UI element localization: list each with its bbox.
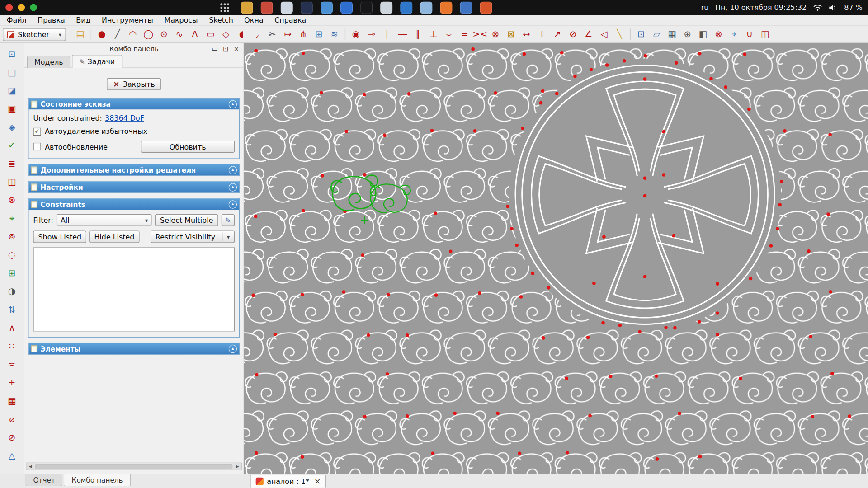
copy-icon[interactable]: ≍ <box>5 358 19 371</box>
dock-app-icon[interactable] <box>241 1 253 14</box>
carbon-copy-icon[interactable]: ≋ <box>326 28 342 41</box>
constrain-parallel-icon[interactable]: ∥ <box>410 28 425 41</box>
dock-app-icon[interactable] <box>340 1 353 14</box>
view-sketch-icon[interactable]: □ <box>5 66 19 79</box>
hide-listed-button[interactable]: Hide Listed <box>89 231 139 243</box>
close-tab-icon[interactable]: × <box>314 478 321 485</box>
measure-icon[interactable]: ∪ <box>742 28 757 41</box>
scroll-right-icon[interactable]: ▶ <box>234 463 241 470</box>
show-listed-button[interactable]: Show Listed <box>33 231 86 243</box>
symmetry-icon[interactable]: ∧ <box>5 321 19 334</box>
chevron-down-icon[interactable]: ▾ <box>227 234 230 239</box>
constrain-radius-icon[interactable]: ⊘ <box>565 28 580 41</box>
collapse-toggle-icon[interactable]: ▴ <box>229 183 237 191</box>
apps-grid-icon[interactable] <box>220 3 230 13</box>
tab-tasks[interactable]: ✎ Задачи <box>72 55 122 68</box>
3d-viewport[interactable] <box>244 43 868 474</box>
section-header-advanced-solver[interactable]: Дополнительные настройки решателя ▴ <box>29 164 239 175</box>
dof-link[interactable]: 38364 DoF <box>105 114 144 122</box>
battery-indicator[interactable]: 87 % <box>844 3 862 11</box>
constrain-equal-icon[interactable]: = <box>457 28 472 41</box>
dock-app-icon[interactable] <box>480 1 492 14</box>
window-maximize-button[interactable] <box>30 4 37 11</box>
keyboard-layout-indicator[interactable]: ru <box>701 3 709 11</box>
panel-close-icon[interactable]: × <box>234 45 239 52</box>
tab-combo-panel[interactable]: Комбо панель <box>64 474 130 486</box>
checkbox[interactable]: ✓ <box>33 143 41 150</box>
select-multiple-button[interactable]: Select Multiple <box>155 214 218 226</box>
section-header-constraints[interactable]: Constraints ▴ <box>29 199 239 210</box>
array-icon[interactable]: ▦ <box>5 394 19 408</box>
constraints-list[interactable] <box>33 247 235 331</box>
constrain-angle-icon[interactable]: ∠ <box>580 28 596 41</box>
select-dof-icon[interactable]: ⌖ <box>5 212 19 225</box>
collapse-toggle-icon[interactable]: ▴ <box>229 344 237 352</box>
dock-app-icon[interactable] <box>460 1 472 14</box>
select-associated-constraints-icon[interactable]: ⊡ <box>633 28 649 41</box>
remove-axes-alignment-icon[interactable]: ⌀ <box>5 413 19 426</box>
dock-app-icon[interactable] <box>380 1 392 14</box>
create-slot-icon[interactable]: ◖ <box>234 28 249 41</box>
create-polyline-icon[interactable]: Λ <box>187 28 203 41</box>
rendering-order-icon[interactable]: ◧ <box>695 28 711 41</box>
merge-sketches-icon[interactable]: ≣ <box>5 157 19 170</box>
tab-model[interactable]: Модель <box>27 56 71 68</box>
constrain-lock-icon[interactable]: ⊠ <box>503 28 519 41</box>
auto-update-checkbox[interactable]: ✓ Автообновление <box>33 142 108 150</box>
scrollbar-thumb[interactable] <box>35 464 232 469</box>
workbench-selector[interactable]: Sketcher ▾ <box>3 28 66 41</box>
map-sketch-icon[interactable]: ▣ <box>5 103 19 116</box>
clock[interactable]: Пн, 10 октября 09:25:32 <box>715 3 807 11</box>
scroll-left-icon[interactable]: ◀ <box>27 463 34 470</box>
constrain-distance-y-icon[interactable]: I <box>534 28 550 41</box>
constraint-filter-icon[interactable]: ⊞ <box>5 267 19 280</box>
create-rectangle-icon[interactable]: ▭ <box>203 28 218 41</box>
menu-item[interactable]: Справка <box>274 16 306 24</box>
menu-item[interactable]: Sketch <box>209 16 233 24</box>
scrollbar-track[interactable] <box>34 463 234 470</box>
volume-icon[interactable] <box>829 4 838 11</box>
constrain-horizontal-icon[interactable]: ― <box>395 28 410 41</box>
constrain-coincident-icon[interactable]: ◉ <box>348 28 363 41</box>
trim-edge-icon[interactable]: ✂ <box>264 28 280 41</box>
create-conic-icon[interactable]: ⊙ <box>156 28 171 41</box>
mirror-icon[interactable]: ◫ <box>757 28 773 41</box>
view-section-icon[interactable]: ◪ <box>5 84 19 97</box>
checkbox[interactable]: ✓ <box>33 127 41 135</box>
create-fillet-icon[interactable]: ◞ <box>249 28 264 41</box>
toggle-snap-icon[interactable]: ⊕ <box>680 28 695 41</box>
dock-app-icon[interactable] <box>261 1 273 14</box>
wifi-icon[interactable] <box>813 4 822 11</box>
stop-operation-icon[interactable]: ⊗ <box>5 194 19 207</box>
section-header-sketch-state[interactable]: Состояние эскиза ▴ <box>29 99 239 109</box>
constrain-tangent-icon[interactable]: ⌣ <box>441 28 457 41</box>
create-point-icon[interactable]: ● <box>94 28 109 41</box>
create-polygon-icon[interactable]: ◇ <box>218 28 233 41</box>
update-button[interactable]: Обновить <box>141 141 235 153</box>
menu-item[interactable]: Макросы <box>164 16 198 24</box>
section-header-elements[interactable]: Элементы ▴ <box>29 343 239 354</box>
dock-app-icon[interactable] <box>440 1 452 14</box>
constrain-refraction-icon[interactable]: ◁ <box>596 28 612 41</box>
constrain-vertical-icon[interactable]: ∣ <box>379 28 395 41</box>
menu-item[interactable]: Окна <box>244 16 263 24</box>
close-task-button[interactable]: × Закрыть <box>107 78 161 90</box>
split-edge-icon[interactable]: ⋔ <box>296 28 311 41</box>
stop-operation-icon[interactable]: ⊗ <box>711 28 726 41</box>
document-tab[interactable]: аналой : 1* × <box>250 475 326 488</box>
extend-edge-icon[interactable]: ↦ <box>280 28 296 41</box>
rectangular-array-icon[interactable]: ▱ <box>649 28 664 41</box>
validate-sketch-icon[interactable]: ✓ <box>5 139 19 152</box>
window-minimize-button[interactable] <box>18 4 25 11</box>
menu-item[interactable]: Инструменты <box>102 16 153 24</box>
panel-horizontal-scrollbar[interactable]: ◀ ▶ <box>26 463 242 470</box>
menu-item[interactable]: Файл <box>7 16 27 24</box>
virtual-space-icon[interactable]: ⇅ <box>5 303 19 316</box>
toggle-grid-icon[interactable]: ▦ <box>664 28 679 41</box>
zoom-icon[interactable]: ⌖ <box>726 28 742 41</box>
clone-icon[interactable]: ∷ <box>5 340 19 353</box>
dock-app-icon[interactable] <box>301 1 313 14</box>
leave-sketch-icon[interactable]: ⊡ <box>5 47 19 61</box>
open-folder-icon[interactable]: ▤ <box>72 28 88 41</box>
create-arc-icon[interactable]: ◠ <box>125 28 141 41</box>
